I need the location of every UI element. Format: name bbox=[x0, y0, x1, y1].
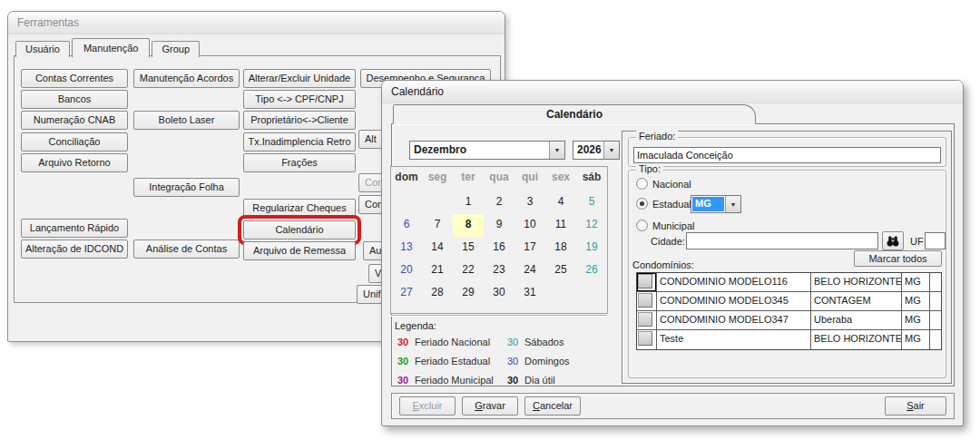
ferramentas-button-numeracao-cnab[interactable]: Numeração CNAB bbox=[21, 111, 128, 130]
cancelar-button[interactable]: Cancelar bbox=[524, 396, 581, 416]
condo-pad bbox=[930, 273, 941, 291]
tab-calendario[interactable]: Calendário bbox=[393, 104, 756, 124]
ferramentas-button-manutencao-acordos[interactable]: Manutenção Acordos bbox=[133, 69, 240, 88]
chevron-down-icon[interactable]: ▼ bbox=[725, 196, 740, 212]
legend-entry: 30Sábados bbox=[507, 337, 607, 356]
ferramentas-button-integracao-folha[interactable]: Integração Folha bbox=[133, 178, 240, 197]
calendar-day-14[interactable]: 14 bbox=[422, 237, 453, 259]
ferramentas-button-arquivo-de-remessa[interactable]: Arquivo de Remessa bbox=[243, 241, 356, 260]
legend-label-sabados: Sábados bbox=[524, 337, 564, 347]
estado-combobox[interactable]: MG ▼ bbox=[691, 195, 741, 213]
calendar-day-13[interactable]: 13 bbox=[391, 237, 422, 259]
legend-entry: 30Feriado Estadual bbox=[397, 356, 507, 375]
calendar-day-1[interactable]: 1 bbox=[453, 191, 484, 214]
calendar-day-22[interactable]: 22 bbox=[453, 259, 484, 282]
checkbox-button-icon bbox=[638, 331, 652, 346]
calendar-day-8[interactable]: 8 bbox=[453, 214, 484, 237]
excluir-button[interactable]: Excluir bbox=[399, 396, 456, 416]
calendar-day-30[interactable]: 30 bbox=[484, 282, 514, 305]
sair-button[interactable]: Sair bbox=[885, 396, 946, 416]
marcar-todos-button[interactable]: Marcar todos bbox=[854, 250, 942, 267]
ferramentas-button-regularizar-cheques[interactable]: Regularizar Cheques bbox=[243, 199, 356, 218]
calendar-weekday-qua: qua bbox=[484, 169, 514, 188]
radio-nacional[interactable]: Nacional bbox=[636, 178, 691, 190]
calendar-day-2[interactable]: 2 bbox=[484, 191, 514, 214]
calendar-day-4[interactable]: 4 bbox=[545, 191, 576, 214]
calendar-day-23[interactable]: 23 bbox=[484, 259, 514, 282]
calendar-day-31[interactable]: 31 bbox=[514, 282, 545, 305]
calendar-weekday-dom: dom bbox=[391, 169, 422, 188]
legend-entry: 30Feriado Municipal bbox=[397, 375, 507, 394]
tab-group[interactable]: Group bbox=[152, 41, 200, 57]
feriado-label: Feriado: bbox=[636, 131, 678, 142]
ferramentas-button-proprietario-cliente[interactable]: Proprietário<->Cliente bbox=[243, 111, 356, 130]
calendar-day-11[interactable]: 11 bbox=[545, 214, 576, 237]
calendar-day-5[interactable]: 5 bbox=[576, 191, 607, 214]
ferramentas-button-lancamento-rapido[interactable]: Lançamento Rápido bbox=[21, 219, 128, 238]
radio-selected-icon bbox=[636, 198, 648, 210]
ferramentas-button-conciliacao[interactable]: Conciliação bbox=[21, 132, 128, 152]
condo-checkbox[interactable] bbox=[637, 311, 657, 329]
radio-estadual-label: Estadual bbox=[652, 199, 691, 210]
tab-manutencao[interactable]: Manutenção bbox=[72, 38, 151, 58]
calendario-window: Calendário Calendário Dezembro ▼ 2026 ▼ … bbox=[381, 80, 964, 426]
ferramentas-tabs: UsuárioManutençãoGroup bbox=[15, 38, 201, 57]
checkbox-button-icon bbox=[638, 312, 652, 327]
calendar-day-24[interactable]: 24 bbox=[514, 259, 545, 282]
uf-input[interactable] bbox=[925, 232, 946, 249]
calendar-day-16[interactable]: 16 bbox=[484, 237, 514, 259]
calendar-day-15[interactable]: 15 bbox=[453, 237, 484, 259]
calendar-day-3[interactable]: 3 bbox=[514, 191, 545, 214]
ferramentas-button-calendario[interactable]: Calendário bbox=[243, 220, 356, 240]
calendar-day-12[interactable]: 12 bbox=[576, 214, 607, 237]
legend-value: 30 bbox=[507, 356, 522, 367]
ferramentas-button-boleto-laser[interactable]: Boleto Laser bbox=[133, 111, 240, 130]
legend-value: 30 bbox=[397, 356, 412, 367]
ferramentas-button-alteracao-de-idcond[interactable]: Alteração de IDCOND bbox=[21, 240, 128, 259]
legend-label-dia-util: Dia útil bbox=[524, 375, 555, 386]
calendar-day-21[interactable]: 21 bbox=[422, 259, 453, 282]
year-combobox[interactable]: 2026 ▼ bbox=[573, 141, 620, 160]
radio-estadual[interactable]: Estadual bbox=[636, 198, 691, 210]
footer-buttons: ExcluirGravarCancelarSair bbox=[391, 393, 955, 419]
calendar-day-26[interactable]: 26 bbox=[576, 259, 607, 282]
calendar-day-9[interactable]: 9 bbox=[484, 214, 514, 237]
calendar-day-27[interactable]: 27 bbox=[391, 282, 422, 305]
chevron-down-icon[interactable]: ▼ bbox=[549, 142, 564, 159]
ferramentas-button-arquivo-retorno[interactable]: Arquivo Retorno bbox=[21, 153, 128, 172]
gravar-button[interactable]: Gravar bbox=[462, 396, 518, 416]
calendar-day-18[interactable]: 18 bbox=[545, 237, 576, 259]
legend-entry: 30Dia útil bbox=[507, 375, 607, 394]
calendar-day-28[interactable]: 28 bbox=[422, 282, 453, 305]
chevron-down-icon[interactable]: ▼ bbox=[603, 142, 619, 159]
calendar-day-19[interactable]: 19 bbox=[576, 237, 607, 259]
ferramentas-button-analise-de-contas[interactable]: Análise de Contas bbox=[133, 240, 240, 259]
calendar-day-10[interactable]: 10 bbox=[514, 214, 545, 237]
feriado-input[interactable] bbox=[633, 147, 941, 163]
tab-usuario[interactable]: Usuário bbox=[15, 41, 70, 57]
radio-municipal[interactable]: Municipal bbox=[636, 220, 694, 231]
calendar-day-20[interactable]: 20 bbox=[391, 259, 422, 282]
holiday-panel: Feriado: Tipo: Nacional Estadual MG bbox=[622, 131, 952, 384]
ferramentas-button-tx-inadimplencia-retro[interactable]: Tx.Inadimplencia Retro bbox=[243, 132, 356, 152]
calendar-day-7[interactable]: 7 bbox=[422, 214, 453, 237]
calendar-weekday-seg: seg bbox=[422, 169, 453, 188]
month-combobox[interactable]: Dezembro ▼ bbox=[409, 141, 565, 160]
condo-checkbox[interactable] bbox=[637, 273, 657, 291]
condo-checkbox[interactable] bbox=[637, 330, 657, 349]
desktop: Ferramentas UsuárioManutençãoGroup Conta… bbox=[0, 0, 980, 440]
ferramentas-button-alterar-excluir-unidade[interactable]: Alterar/Excluir Unidade bbox=[243, 69, 356, 88]
calendar-day-17[interactable]: 17 bbox=[514, 237, 545, 259]
cidade-input[interactable] bbox=[686, 232, 878, 249]
ferramentas-button-contas-correntes[interactable]: Contas Correntes bbox=[21, 69, 128, 88]
ferramentas-button-tipo-cpf-cnpj[interactable]: Tipo <-> CPF/CNPJ bbox=[243, 90, 356, 109]
calendar-day-25[interactable]: 25 bbox=[545, 259, 576, 282]
search-city-button[interactable] bbox=[882, 231, 904, 250]
calendar-day-29[interactable]: 29 bbox=[453, 282, 484, 305]
ferramentas-button-bancos[interactable]: Bancos bbox=[21, 90, 128, 109]
condo-row-condominio-modelo347: CONDOMINIO MODELO347UberabaMG bbox=[637, 311, 941, 330]
condo-checkbox[interactable] bbox=[637, 292, 657, 310]
calendar-grid: domsegterquaquisexsáb1234567891011121314… bbox=[390, 166, 608, 314]
ferramentas-button-fracoes[interactable]: Frações bbox=[243, 153, 356, 172]
calendar-day-6[interactable]: 6 bbox=[391, 214, 422, 237]
